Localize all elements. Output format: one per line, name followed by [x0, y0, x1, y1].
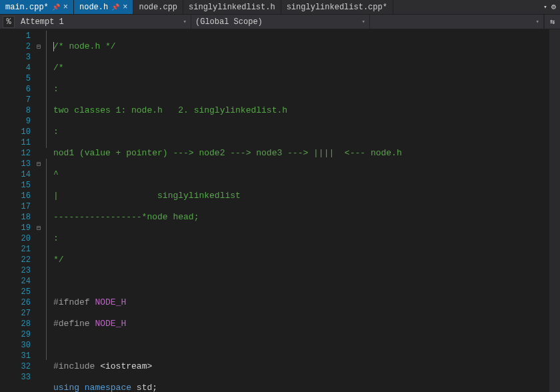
gutter-line: 9 — [0, 116, 43, 127]
code-token: #include — [53, 361, 100, 371]
gutter-line: 31 — [0, 351, 43, 361]
code-token: ; — [152, 383, 157, 392]
tab-label: node.cpp — [139, 3, 177, 12]
tab-singlylinkedlist-h[interactable]: singlylinkedlist.h — [183, 0, 281, 14]
tab-label: node.h — [79, 3, 108, 12]
gutter-line: 17 — [0, 201, 43, 212]
line-number: 1 — [11, 31, 35, 41]
context-bar: % Attempt 1 ▾ (Global Scope) ▾ ▾ ⇆ — [0, 15, 560, 29]
tab-bar-controls: ▾ ⚙ — [539, 0, 560, 14]
dropdown-icon[interactable]: ▾ — [543, 3, 547, 11]
gutter-line: 10 — [0, 127, 43, 137]
tab-label: singlylinkedlist.h — [189, 3, 275, 12]
line-number: 22 — [11, 255, 35, 265]
code-line: : — [53, 127, 59, 137]
gutter-line: 16 — [0, 191, 43, 201]
dropdown-icon: ▾ — [362, 18, 365, 25]
code-token: using — [53, 383, 79, 392]
gutter-line: 24 — [0, 276, 43, 287]
gutter-line: 29 — [0, 329, 43, 340]
code-line: -----------------*node head; — [53, 212, 199, 222]
fold-toggle[interactable]: ⊟ — [35, 224, 43, 232]
gutter-line: 8 — [0, 105, 43, 116]
tab-label: main.cpp* — [5, 3, 49, 12]
vertical-scrollbar[interactable] — [549, 29, 560, 392]
tab-singlylinkedlist-cpp[interactable]: singlylinkedlist.cpp* — [281, 0, 393, 14]
line-number: 9 — [11, 117, 35, 126]
pin-icon[interactable]: 📌 — [111, 3, 119, 11]
gutter-line: 4 — [0, 63, 43, 73]
line-number: 29 — [11, 330, 35, 339]
code-token: NODE_H — [95, 319, 126, 329]
dropdown-icon: ▾ — [183, 18, 187, 25]
gutter-line: 32 — [0, 361, 43, 372]
gutter-line: 1 — [0, 31, 43, 41]
line-number: 12 — [11, 149, 35, 158]
tab-node-h[interactable]: node.h 📌 × — [74, 0, 133, 14]
code-token: namespace — [79, 383, 131, 392]
gutter-line: 28 — [0, 319, 43, 329]
code-line: /* — [53, 63, 64, 73]
tab-bar: main.cpp* 📌 × node.h 📌 × node.cpp singly… — [0, 0, 560, 15]
code-token: <iostream> — [100, 361, 152, 371]
scope-global-dropdown[interactable]: (Global Scope) ▾ — [191, 15, 370, 29]
code-editor: 12⊟345678910111213⊟141516171819⊟20212223… — [0, 29, 560, 392]
line-number: 18 — [11, 213, 35, 222]
fold-toggle[interactable]: ⊟ — [35, 160, 43, 168]
line-number: 23 — [11, 266, 35, 275]
line-number: 28 — [11, 319, 35, 329]
gutter-line: 18 — [0, 212, 43, 223]
line-number: 26 — [11, 298, 35, 307]
gutter-line: 23 — [0, 265, 43, 276]
gutter-line: 19⊟ — [0, 223, 43, 233]
context-icon[interactable]: % — [3, 16, 15, 28]
pin-icon[interactable]: 📌 — [52, 3, 60, 11]
fold-toggle[interactable]: ⊟ — [35, 43, 43, 51]
line-number: 21 — [11, 245, 35, 254]
gutter-line: 26 — [0, 297, 43, 308]
splitter-icon: ⇆ — [550, 17, 555, 27]
gutter-line: 21 — [0, 244, 43, 255]
code-line: : — [53, 233, 59, 243]
gutter-line: 27 — [0, 308, 43, 319]
line-number: 27 — [11, 309, 35, 318]
line-number: 19 — [11, 223, 35, 233]
gear-icon[interactable]: ⚙ — [551, 2, 556, 12]
line-number: 33 — [11, 373, 35, 382]
line-number: 3 — [11, 53, 35, 62]
close-icon[interactable]: × — [63, 3, 68, 12]
gutter-line: 2⊟ — [0, 41, 43, 52]
line-number: 31 — [11, 351, 35, 361]
tab-label: singlylinkedlist.cpp* — [287, 3, 387, 12]
code-token: #ifndef — [53, 297, 95, 307]
gutter-line: 25 — [0, 287, 43, 297]
line-number-gutter: 12⊟345678910111213⊟141516171819⊟20212223… — [0, 29, 43, 392]
gutter-line: 6 — [0, 84, 43, 95]
tab-node-cpp[interactable]: node.cpp — [133, 0, 183, 14]
gutter-line: 5 — [0, 73, 43, 84]
code-area[interactable]: /* node.h */ /* : two classes 1: node.h … — [52, 29, 549, 392]
gutter-line: 30 — [0, 340, 43, 351]
scope-project-dropdown[interactable]: Attempt 1 ▾ — [17, 15, 191, 29]
line-number: 7 — [11, 95, 35, 105]
gutter-line: 7 — [0, 95, 43, 105]
code-token: std — [131, 383, 152, 392]
gutter-line: 14 — [0, 169, 43, 180]
line-number: 5 — [11, 74, 35, 83]
line-number: 8 — [11, 106, 35, 115]
code-line: nod1 (value + pointer) ---> node2 ---> n… — [53, 148, 402, 158]
split-view-button[interactable]: ⇆ — [544, 15, 560, 29]
line-number: 4 — [11, 63, 35, 73]
gutter-line: 3 — [0, 52, 43, 63]
tab-main-cpp[interactable]: main.cpp* 📌 × — [0, 0, 74, 14]
tab-bar-fill — [393, 0, 539, 14]
scope-member-dropdown[interactable]: ▾ — [370, 15, 544, 29]
line-number: 25 — [11, 287, 35, 297]
close-icon[interactable]: × — [123, 3, 127, 12]
line-number: 6 — [11, 85, 35, 94]
outline-column — [43, 29, 52, 392]
code-line: two classes 1: node.h 2. singlylinkedlis… — [53, 105, 287, 115]
line-number: 24 — [11, 277, 35, 286]
code-line: */ — [53, 255, 64, 265]
line-number: 11 — [11, 138, 35, 147]
